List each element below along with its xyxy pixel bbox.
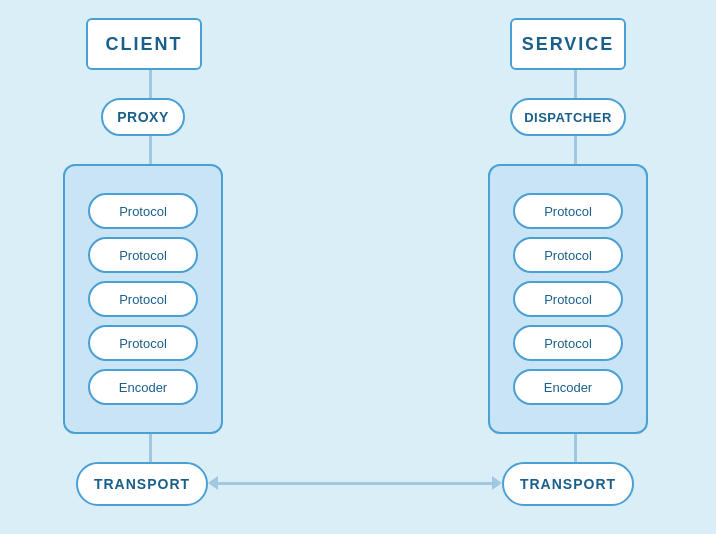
proxy-box: PROXY [101, 98, 185, 136]
diagram: CLIENT PROXY Protocol Protocol Protocol … [0, 0, 716, 534]
service-protocol-1: Protocol [513, 193, 623, 229]
service-encoder: Encoder [513, 369, 623, 405]
client-protocol-2: Protocol [88, 237, 198, 273]
client-protocol-4: Protocol [88, 325, 198, 361]
service-transport-box: TRANSPORT [502, 462, 634, 506]
arrow-right-head [492, 476, 502, 490]
service-stack: Protocol Protocol Protocol Protocol Enco… [488, 164, 648, 434]
arrow-left-head [208, 476, 218, 490]
arrow-transport-bidirectional [208, 476, 502, 490]
service-box: SERVICE [510, 18, 626, 70]
service-protocol-4: Protocol [513, 325, 623, 361]
service-protocol-3: Protocol [513, 281, 623, 317]
client-stack: Protocol Protocol Protocol Protocol Enco… [63, 164, 223, 434]
client-transport-box: TRANSPORT [76, 462, 208, 506]
client-box: CLIENT [86, 18, 202, 70]
service-protocol-2: Protocol [513, 237, 623, 273]
client-encoder: Encoder [88, 369, 198, 405]
arrow-h-line [218, 482, 492, 485]
dispatcher-box: DISPATCHER [510, 98, 626, 136]
client-protocol-1: Protocol [88, 193, 198, 229]
client-protocol-3: Protocol [88, 281, 198, 317]
